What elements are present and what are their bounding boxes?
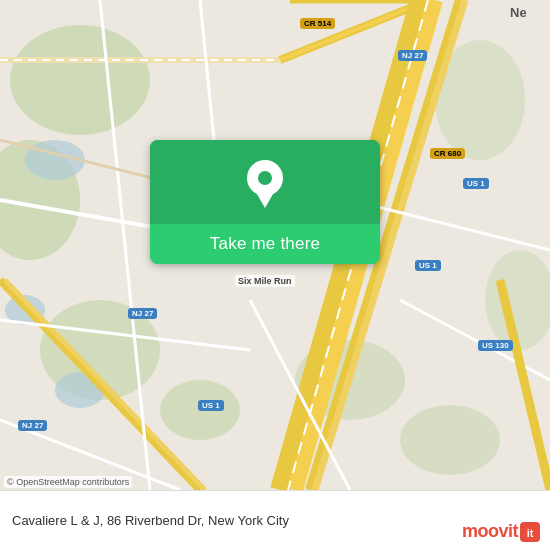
svg-point-1 [10,25,150,135]
badge-cr680: CR 680 [430,148,465,159]
svg-point-6 [400,405,500,475]
badge-nj27-left: NJ 27 [128,308,157,319]
pin-inner [258,171,272,185]
address-text: Cavaliere L & J, 86 Riverbend Dr, New Yo… [12,513,538,528]
osm-attribution: © OpenStreetMap contributors [4,476,132,488]
pin-circle [247,160,283,196]
badge-us1-top: US 1 [463,178,489,189]
badge-nj27-top: NJ 27 [398,50,427,61]
take-me-there-button[interactable]: Take me there [150,140,380,264]
map-container: CR 514 NJ 27 CR 680 US 1 US 1 NJ 27 US 1… [0,0,550,490]
info-bar: Cavaliere L & J, 86 Riverbend Dr, New Yo… [0,490,550,550]
badge-us130: US 130 [478,340,513,351]
location-pin-icon [247,160,283,204]
button-label-area: Take me there [150,224,380,264]
moovit-logo: moovit it [462,521,540,542]
badge-nj27-btm: NJ 27 [18,420,47,431]
button-icon-area [150,140,380,224]
pin-tail [257,194,273,208]
badge-us1-mid: US 1 [415,260,441,271]
moovit-logo-text: moovit [462,521,518,542]
ne-label: Ne [510,5,527,20]
six-mile-run-label: Six Mile Run [235,275,295,287]
moovit-logo-icon: it [520,522,540,542]
badge-cr514: CR 514 [300,18,335,29]
svg-text:it: it [527,527,534,539]
badge-us1-bottom: US 1 [198,400,224,411]
button-label: Take me there [210,234,320,253]
